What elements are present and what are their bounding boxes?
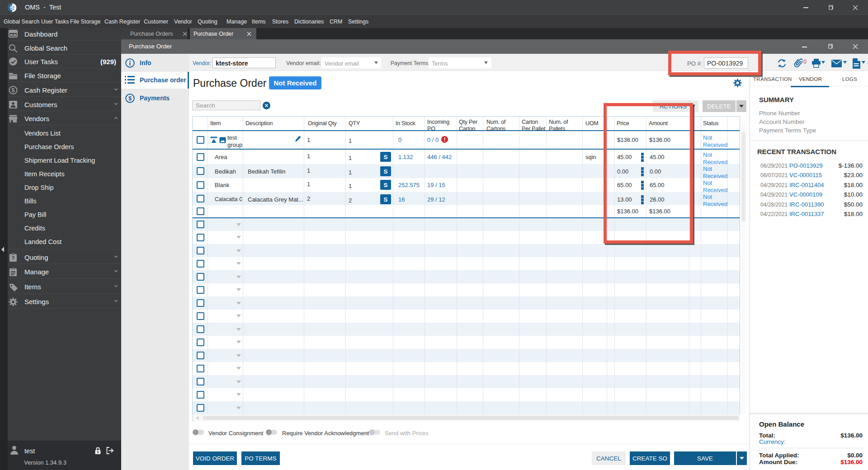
svg-text:$: $ xyxy=(12,87,15,94)
svg-text:$: $ xyxy=(128,95,132,102)
svg-text:?: ? xyxy=(12,255,15,261)
